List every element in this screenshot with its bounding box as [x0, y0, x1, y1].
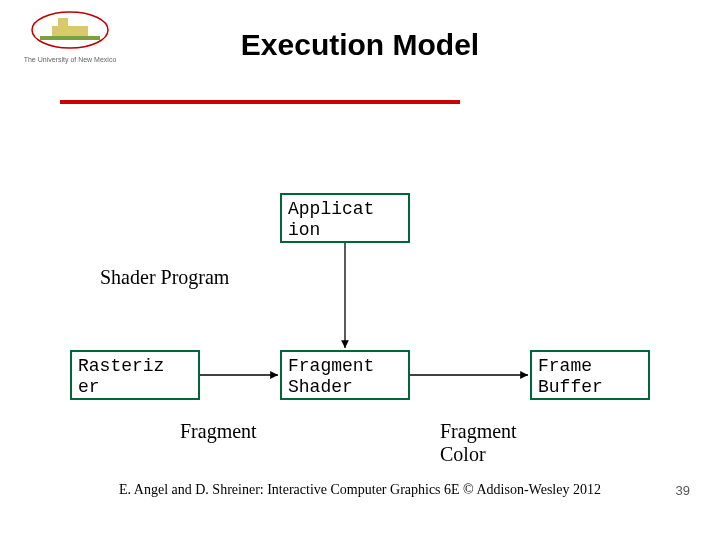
node-application: Application: [280, 193, 410, 243]
node-fragment-shader: FragmentShader: [280, 350, 410, 400]
edge-label-fragment: Fragment: [180, 420, 257, 443]
svg-rect-2: [58, 18, 68, 26]
page-number: 39: [676, 483, 690, 498]
edge-label-shader-program: Shader Program: [100, 266, 229, 289]
slide-title: Execution Model: [0, 28, 720, 62]
title-underline: [60, 100, 460, 104]
footer-citation: E. Angel and D. Shreiner: Interactive Co…: [0, 482, 720, 498]
node-rasterizer: Rasterizer: [70, 350, 200, 400]
edge-label-fragment-color: Fragment Color: [440, 420, 530, 466]
node-frame-buffer: FrameBuffer: [530, 350, 650, 400]
